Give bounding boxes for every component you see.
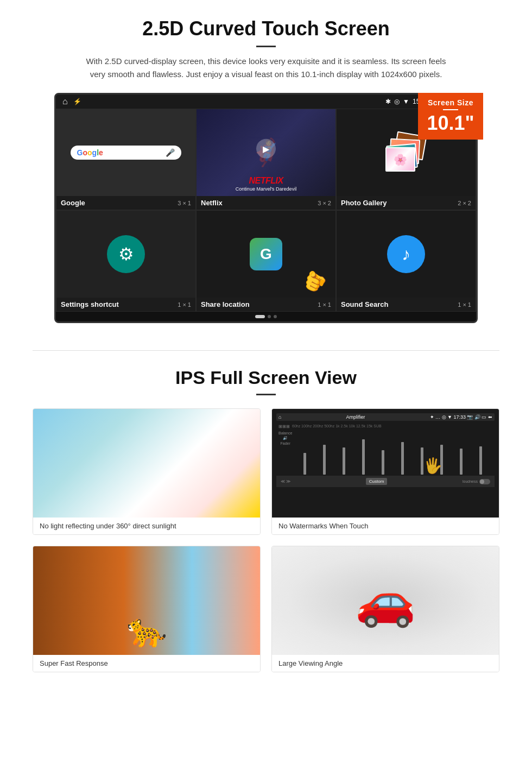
netflix-app-size: 3 × 2 (318, 200, 331, 206)
loudness-label: loudness (463, 480, 478, 483)
gallery-label-row: Photo Gallery 2 × 2 (337, 196, 476, 210)
amp-bottom-bar: ≪ ≫ Custom loudness (276, 476, 495, 487)
gallery-app-name: Photo Gallery (341, 199, 387, 207)
section-ips-screen: IPS Full Screen View No light reflecting… (0, 367, 532, 689)
google-label-row: Google 3 × 1 (56, 196, 195, 210)
sound-app-cell[interactable]: ♪ Sound Search 1 × 1 (336, 210, 476, 312)
settings-app-cell[interactable]: ⚙ Settings shortcut 1 × 1 (56, 210, 196, 312)
share-app-inner: G 🫵 (197, 211, 335, 298)
settings-gear-icon: ⚙ (107, 235, 145, 273)
settings-content: ⚙ (56, 211, 195, 298)
section1-title: 2.5D Curved Touch Screen (33, 17, 499, 40)
google-app-inner: Google 🎤 (56, 109, 195, 196)
viewing-feature-image: 🚗 (272, 546, 499, 655)
screen-size-badge: Screen Size 10.1" (418, 93, 483, 140)
amp-topbar: ⌂ Amplifier ✦ … ◎ ▼ 17:33 📷 🔊 ▭ ⬅ (276, 413, 495, 421)
section-curved-screen: 2.5D Curved Touch Screen With 2.5D curve… (0, 0, 532, 334)
amp-icons: ✦ … ◎ ▼ 17:33 📷 🔊 ▭ ⬅ (430, 414, 492, 420)
play-button[interactable]: ▶ (256, 139, 276, 159)
amplifier-display: ⌂ Amplifier ✦ … ◎ ▼ 17:33 📷 🔊 ▭ ⬅ ⊞⊞⊞ 60… (272, 409, 499, 518)
sunlight-feature-image (33, 409, 260, 518)
car-top-view-icon: 🚗 (355, 572, 416, 629)
amp-arrows: ≪ ≫ (281, 479, 290, 484)
section2-title: IPS Full Screen View (33, 367, 499, 388)
cheetah-icon: 🐆 (126, 611, 167, 649)
dot-1 (255, 315, 265, 318)
title-underline (256, 46, 276, 47)
netflix-app-inner: 🦸 ▶ NETFLIX Continue Marvel's Daredevil (197, 109, 335, 196)
watermark-caption: No Watermarks When Touch (272, 518, 499, 534)
usb-icon: ⚡ (73, 98, 81, 105)
share-app-name: Share location (201, 300, 250, 308)
amp-home-icon: ⌂ (278, 414, 281, 420)
amp-title: Amplifier (346, 414, 365, 420)
badge-value: 10.1" (426, 112, 476, 134)
google-app-cell[interactable]: Google 🎤 Google 3 × 1 (56, 109, 196, 210)
sky-background (33, 409, 260, 518)
dot-2 (268, 315, 271, 318)
gallery-app-size: 2 × 2 (458, 200, 471, 206)
share-app-size: 1 × 1 (318, 301, 331, 308)
share-content: G 🫵 (197, 211, 335, 298)
netflix-app-cell[interactable]: 🦸 ▶ NETFLIX Continue Marvel's Daredevil … (196, 109, 336, 210)
netflix-overlay: NETFLIX Continue Marvel's Daredevil (197, 172, 335, 196)
sound-content: ♪ (337, 211, 476, 298)
music-note-icon: ♪ (387, 235, 425, 273)
netflix-app-name: Netflix (201, 199, 223, 207)
wifi-icon: ▼ (403, 98, 409, 105)
dot-3 (274, 315, 277, 318)
maps-icon: G (250, 238, 282, 270)
sound-label-row: Sound Search 1 × 1 (337, 298, 476, 311)
mic-icon[interactable]: 🎤 (166, 148, 175, 157)
sunlight-feature-card: No light reflecting under 360° direct su… (33, 408, 261, 535)
sound-app-name: Sound Search (341, 300, 388, 308)
viewing-caption: Large Viewing Angle (272, 655, 499, 672)
sound-app-inner: ♪ (337, 211, 476, 298)
custom-button[interactable]: Custom (366, 478, 388, 485)
app-grid: Google 🎤 Google 3 × 1 (56, 109, 476, 312)
flower-image: 🌸 (385, 147, 415, 172)
fast-caption: Super Fast Response (33, 655, 260, 672)
fast-feature-card: 🐆 Super Fast Response (33, 546, 261, 672)
watermark-feature-card: ⌂ Amplifier ✦ … ◎ ▼ 17:33 📷 🔊 ▭ ⬅ ⊞⊞⊞ 60… (271, 408, 499, 535)
netflix-subtitle: Continue Marvel's Daredevil (201, 186, 331, 192)
google-logo: Google (77, 148, 103, 157)
settings-app-name: Settings shortcut (61, 300, 119, 308)
settings-app-inner: ⚙ (56, 211, 195, 298)
section-divider (33, 350, 499, 351)
google-app-size: 3 × 1 (178, 200, 191, 206)
hand-on-equalizer-icon: 🖐 (423, 457, 442, 475)
viewing-feature-card: 🚗 Large Viewing Angle (271, 546, 499, 672)
device-frame: ⌂ ⚡ ✱ ◎ ▼ 15:06 📷 🔊 ✕ ▭ (54, 93, 478, 323)
location-icon: ◎ (394, 98, 400, 105)
fast-feature-image: 🐆 (33, 546, 260, 655)
device-mockup: Screen Size 10.1" ⌂ ⚡ ✱ ◎ ▼ 15:06 📷 🔊 ✕ (54, 93, 478, 323)
share-app-cell[interactable]: G 🫵 Share location 1 × 1 (196, 210, 336, 312)
page-indicator (56, 312, 476, 321)
features-grid: No light reflecting under 360° direct su… (33, 408, 499, 672)
section1-description: With 2.5D curved-display screen, this de… (81, 55, 451, 81)
section2-underline (256, 394, 276, 395)
bluetooth-icon: ✱ (385, 98, 391, 105)
share-label-row: Share location 1 × 1 (197, 298, 335, 311)
netflix-logo: NETFLIX (201, 176, 331, 186)
sunlight-caption: No light reflecting under 360° direct su… (33, 518, 260, 534)
settings-app-size: 1 × 1 (178, 301, 191, 308)
netflix-label-row: Netflix 3 × 2 (197, 196, 335, 210)
badge-title: Screen Size (426, 98, 476, 107)
cheetah-background: 🐆 (33, 546, 260, 655)
google-content: Google 🎤 (56, 109, 195, 196)
google-search-bar[interactable]: Google 🎤 (71, 146, 182, 160)
loudness-control: loudness (463, 479, 490, 484)
status-bar: ⌂ ⚡ ✱ ◎ ▼ 15:06 📷 🔊 ✕ ▭ (56, 94, 476, 109)
status-left-icons: ⌂ ⚡ (62, 97, 81, 106)
hand-pointing-icon: 🫵 (300, 266, 331, 296)
watermark-feature-image: ⌂ Amplifier ✦ … ◎ ▼ 17:33 📷 🔊 ▭ ⬅ ⊞⊞⊞ 60… (272, 409, 499, 518)
sound-app-size: 1 × 1 (458, 301, 471, 308)
badge-underline (443, 109, 458, 110)
netflix-content: 🦸 ▶ NETFLIX Continue Marvel's Daredevil (197, 109, 335, 196)
car-background: 🚗 (272, 546, 499, 655)
loudness-toggle[interactable] (479, 479, 490, 484)
google-app-name: Google (61, 199, 85, 207)
home-icon[interactable]: ⌂ (62, 97, 68, 106)
